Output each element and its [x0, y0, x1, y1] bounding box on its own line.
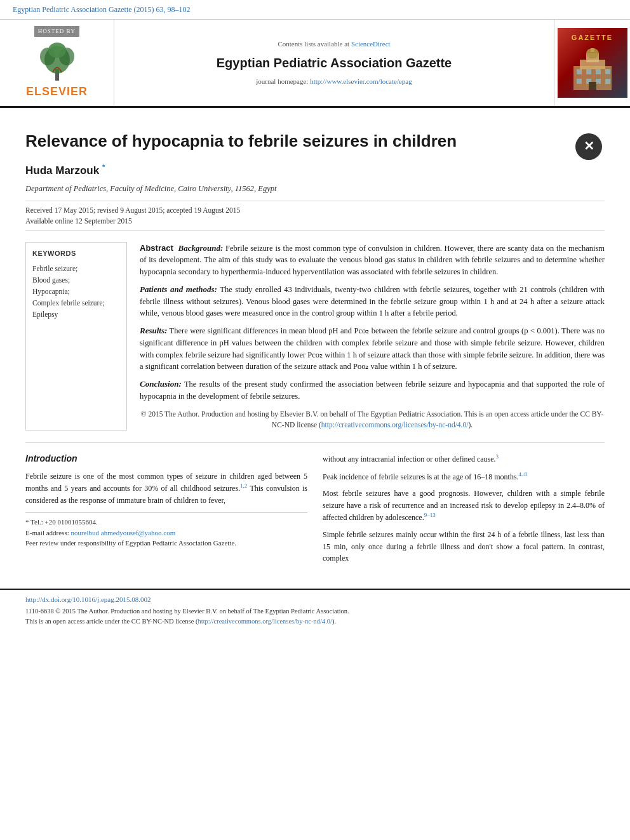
ref-sup-1: 1,2: [240, 483, 247, 489]
bottom-license-link[interactable]: http://creativecommons.org/licenses/by-n…: [198, 618, 332, 625]
svg-rect-11: [605, 69, 610, 74]
publisher-logo-section: HOSTED BY ELSEVIER: [0, 20, 114, 106]
introduction-section: Introduction Febrile seizure is one of t…: [25, 453, 605, 570]
intro-para5-right: Simple febrile seizures mainly occur wit…: [323, 529, 605, 564]
gazette-label: GAZETTE: [572, 33, 613, 43]
available-online: Available online 12 September 2015: [25, 216, 605, 226]
journal-title: Egyptian Pediatric Association Gazette: [217, 54, 452, 72]
keyword-complex-febrile: Complex febrile seizure;: [32, 298, 120, 308]
svg-rect-12: [577, 79, 582, 84]
crossmark-icon: ✕: [575, 133, 602, 160]
footnote-section: * Tel.: +20 01001055604. E-mail address:…: [25, 512, 307, 549]
intro-para2-right: without any intracranial infection or ot…: [323, 453, 605, 465]
elsevier-logo: ELSEVIER: [26, 41, 88, 100]
section-divider: [25, 442, 605, 443]
ref-sup-3: 3: [496, 453, 499, 460]
results-label: Results:: [140, 326, 167, 335]
keyword-blood-gases: Blood gases;: [32, 275, 120, 285]
svg-rect-8: [577, 69, 582, 74]
bottom-bar: http://dx.doi.org/10.1016/j.epag.2015.08…: [0, 589, 630, 630]
ref-sup-9-13: 9–13: [424, 512, 436, 518]
doi-link[interactable]: http://dx.doi.org/10.1016/j.epag.2015.08…: [25, 595, 605, 604]
patients-label: Patients and methods:: [140, 284, 217, 294]
footnote-peer-review: Peer review under responsibility of Egyp…: [25, 538, 307, 549]
intro-para4-right: Most febrile seizures have a good progno…: [323, 488, 605, 524]
author-name: Huda Marzouk *: [25, 163, 605, 178]
background-label: Background:: [178, 243, 224, 253]
abstract-background: Abstract Background: Febrile seizure is …: [140, 242, 605, 278]
introduction-left-col: Introduction Febrile seizure is one of t…: [25, 453, 307, 570]
elsevier-tree-icon: [35, 41, 79, 82]
crossmark-symbol: ✕: [584, 138, 594, 154]
intro-para1: Febrile seizure is one of the most commo…: [25, 470, 307, 507]
svg-rect-9: [586, 69, 591, 74]
footnote-email-link[interactable]: nourelbud ahmedyousef@yahoo.com: [70, 529, 175, 537]
footnote-email: E-mail address: nourelbud ahmedyousef@ya…: [25, 528, 307, 538]
contents-available-line: Contents lists available at ScienceDirec…: [278, 39, 390, 49]
ref-sup-4-8: 4–8: [519, 471, 528, 477]
journal-title-section: Contents lists available at ScienceDirec…: [114, 20, 554, 106]
introduction-right-col: without any intracranial infection or ot…: [323, 453, 605, 570]
dates-section: Received 17 May 2015; revised 9 August 2…: [25, 201, 605, 230]
main-content: Relevance of hypocapnia to febrile seizu…: [0, 108, 630, 582]
affiliation: Department of Pediatrics, Faculty of Med…: [25, 183, 605, 195]
svg-rect-14: [596, 79, 601, 84]
keyword-hypocapnia: Hypocapnia;: [32, 286, 120, 297]
abstract-keywords-row: KEYWORDS Febrile seizure; Blood gases; H…: [25, 242, 605, 431]
svg-rect-15: [605, 79, 610, 84]
conclusion-label: Conclusion:: [140, 379, 182, 389]
keyword-febrile-seizure: Febrile seizure;: [32, 263, 120, 274]
sciencedirect-link[interactable]: ScienceDirect: [351, 40, 391, 48]
license-link[interactable]: http://creativecommons.org/licenses/by-n…: [321, 421, 469, 429]
journal-header: HOSTED BY ELSEVIER Contents lists availa…: [0, 20, 630, 108]
abstract-copyright: © 2015 The Author. Production and hostin…: [140, 409, 605, 431]
elsevier-text: ELSEVIER: [26, 84, 88, 100]
intro-para3-right: Peak incidence of febrile seizures is at…: [323, 470, 605, 483]
abstract-results: Results: There were significant differen…: [140, 324, 605, 373]
svg-rect-16: [589, 82, 596, 90]
keywords-title: KEYWORDS: [32, 249, 120, 258]
article-title: Relevance of hypocapnia to febrile seizu…: [25, 131, 457, 150]
conclusion-text: The results of the present study confirm…: [140, 380, 605, 401]
gazette-cover-section: GAZETTE: [554, 20, 630, 106]
hosted-by-badge: HOSTED BY: [34, 26, 79, 37]
keyword-epilepsy: Epilepsy: [32, 309, 120, 319]
article-title-section: Relevance of hypocapnia to febrile seizu…: [25, 131, 605, 152]
bottom-notice: 1110-6638 © 2015 The Author. Production …: [25, 606, 605, 627]
footnote-tel: * Tel.: +20 01001055604.: [25, 517, 307, 528]
journal-homepage-link[interactable]: http://www.elsevier.com/locate/epag: [310, 77, 412, 85]
abstract-conclusion: Conclusion: The results of the present s…: [140, 378, 605, 403]
results-text: There were significant differences in me…: [140, 326, 605, 371]
keywords-box: KEYWORDS Febrile seizure; Blood gases; H…: [25, 242, 127, 431]
gazette-building-icon: [567, 47, 618, 91]
abstract-box: Abstract Background: Febrile seizure is …: [140, 242, 605, 431]
crossmark-badge[interactable]: ✕: [573, 131, 605, 163]
gazette-cover-image: GAZETTE: [558, 28, 627, 98]
journal-homepage-line: journal homepage: http://www.elsevier.co…: [256, 77, 412, 86]
citation-link[interactable]: Egyptian Pediatric Association Gazette (…: [13, 5, 191, 14]
introduction-title: Introduction: [25, 453, 307, 465]
received-dates: Received 17 May 2015; revised 9 August 2…: [25, 205, 605, 215]
abstract-patients: Patients and methods: The study enrolled…: [140, 283, 605, 319]
svg-rect-10: [596, 69, 601, 74]
svg-rect-18: [591, 48, 594, 52]
top-bar: Egyptian Pediatric Association Gazette (…: [0, 0, 630, 20]
svg-point-4: [48, 43, 66, 58]
abstract-label: Abstract: [140, 243, 173, 253]
